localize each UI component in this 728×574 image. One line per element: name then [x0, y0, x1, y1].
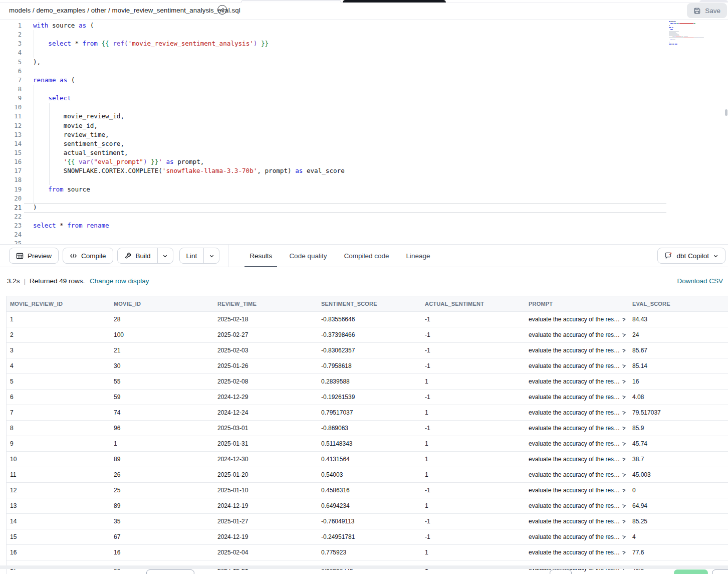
prompt-expand-icon[interactable] — [622, 410, 626, 415]
table-row[interactable]: 16162025-02-040.7759231evaluate the accu… — [7, 545, 728, 560]
line-number[interactable]: 3 — [0, 39, 22, 48]
tab-results[interactable]: Results — [245, 244, 277, 267]
table-row[interactable]: 8962025-03-01-0.869063-1evaluate the acc… — [7, 421, 728, 436]
code-line[interactable]: 4 — [0, 48, 728, 57]
code-line[interactable]: 10 — [0, 103, 728, 112]
code-line[interactable]: 5), — [0, 58, 728, 67]
line-number[interactable]: 4 — [0, 48, 22, 57]
code-line[interactable]: 17 SNOWFLAKE.CORTEX.COMPLETE('snowflake-… — [0, 166, 728, 175]
table-row[interactable]: 21002025-02-27-0.37398466-1evaluate the … — [7, 327, 728, 343]
change-row-display-link[interactable]: Change row display — [90, 277, 149, 285]
compile-button[interactable]: Compile — [63, 248, 113, 264]
line-number[interactable]: 5 — [0, 58, 22, 67]
code-line[interactable]: 19 from source — [0, 185, 728, 194]
code-line[interactable]: 3 select * from {{ ref('movie_review_sen… — [0, 39, 728, 48]
line-number[interactable]: 15 — [0, 148, 22, 157]
code-line[interactable]: 18 — [0, 175, 728, 184]
preview-button[interactable]: Preview — [9, 248, 59, 264]
build-dropdown-chevron-icon[interactable] — [157, 248, 173, 263]
code-line[interactable]: 13 review_time, — [0, 130, 728, 139]
table-row[interactable]: 12252025-01-100.4586316-1evaluate the ac… — [7, 483, 728, 498]
code-line[interactable]: 20 — [0, 194, 728, 203]
prompt-expand-icon[interactable] — [622, 348, 626, 353]
prompt-expand-icon[interactable] — [622, 441, 626, 446]
editor-scrollbar-thumb[interactable] — [725, 109, 727, 116]
code-editor[interactable]: 1with source as (23 select * from {{ ref… — [0, 20, 728, 244]
table-row[interactable]: 14352025-01-27-0.76049113-1evaluate the … — [7, 514, 728, 529]
line-number[interactable]: 20 — [0, 194, 22, 203]
line-number[interactable]: 9 — [0, 94, 22, 103]
code-line[interactable]: 9 select — [0, 94, 728, 103]
code-line[interactable]: 7rename as ( — [0, 76, 728, 85]
tab-compiled-code[interactable]: Compiled code — [339, 244, 394, 267]
code-line[interactable]: 11 movie_review_id, — [0, 112, 728, 121]
line-number[interactable]: 13 — [0, 130, 22, 139]
table-row[interactable]: 13892024-12-190.64942341evaluate the acc… — [7, 498, 728, 514]
tab-lineage[interactable]: Lineage — [401, 244, 435, 267]
prompt-expand-icon[interactable] — [622, 457, 626, 462]
prompt-expand-icon[interactable] — [622, 317, 626, 322]
code-line[interactable]: 16 '{{ var("eval_prompt") }}' as prompt, — [0, 157, 728, 166]
column-header[interactable]: EVAL_SCORE — [629, 301, 728, 307]
code-line[interactable]: 21) — [0, 203, 728, 212]
prompt-expand-icon[interactable] — [622, 332, 626, 337]
line-number[interactable]: 24 — [0, 230, 22, 239]
table-row[interactable]: 912025-01-310.511483431evaluate the accu… — [7, 436, 728, 452]
table-row[interactable]: 11262025-01-200.540031evaluate the accur… — [7, 467, 728, 483]
column-header[interactable]: PROMPT — [525, 301, 629, 307]
line-number[interactable]: 1 — [0, 21, 22, 30]
code-line[interactable]: 25 — [0, 239, 728, 244]
line-number[interactable]: 16 — [0, 157, 22, 166]
code-line[interactable]: 24 — [0, 230, 728, 239]
line-number[interactable]: 10 — [0, 103, 22, 112]
save-button[interactable]: Save — [687, 3, 727, 18]
code-line[interactable]: 2 — [0, 30, 728, 39]
line-number[interactable]: 21 — [0, 203, 22, 212]
code-line[interactable]: 15 actual_sentiment, — [0, 148, 728, 157]
code-line[interactable]: 12 movie_id, — [0, 121, 728, 130]
prompt-expand-icon[interactable] — [622, 550, 626, 555]
prompt-expand-icon[interactable] — [622, 488, 626, 493]
dbt-copilot-button[interactable]: dbt Copilot — [657, 248, 725, 264]
lint-dropdown-chevron-icon[interactable] — [203, 248, 219, 263]
table-row[interactable]: 15672024-12-19-0.24951781-1evaluate the … — [7, 529, 728, 545]
table-row[interactable]: 7742024-12-240.795170371evaluate the acc… — [7, 405, 728, 421]
line-number[interactable]: 18 — [0, 175, 22, 184]
line-number[interactable]: 6 — [0, 67, 22, 76]
code-line[interactable]: 22 — [0, 212, 728, 221]
line-number[interactable]: 8 — [0, 85, 22, 94]
code-line[interactable]: 6 — [0, 67, 728, 76]
prompt-expand-icon[interactable] — [622, 395, 626, 400]
table-row[interactable]: 6592024-12-29-0.19261539-1evaluate the a… — [7, 390, 728, 405]
line-number[interactable]: 12 — [0, 121, 22, 130]
line-number[interactable]: 25 — [0, 239, 22, 244]
table-row[interactable]: 4302025-01-26-0.7958618-1evaluate the ac… — [7, 358, 728, 374]
code-line[interactable]: 23select * from rename — [0, 221, 728, 230]
code-line[interactable]: 1with source as ( — [0, 21, 728, 30]
results-scrollbar-track[interactable] — [0, 565, 728, 569]
column-header[interactable]: MOVIE_ID — [110, 301, 214, 307]
prompt-expand-icon[interactable] — [622, 503, 626, 508]
prompt-expand-icon[interactable] — [622, 363, 626, 368]
download-csv-link[interactable]: Download CSV — [677, 277, 723, 285]
line-number[interactable]: 11 — [0, 112, 22, 121]
line-number[interactable]: 17 — [0, 166, 22, 175]
prompt-expand-icon[interactable] — [622, 519, 626, 524]
column-header[interactable]: ACTUAL_SENTIMENT — [421, 301, 525, 307]
table-row[interactable]: 10892024-12-300.41315641evaluate the acc… — [7, 452, 728, 467]
code-line[interactable]: 14 sentiment_score, — [0, 139, 728, 148]
line-number[interactable]: 2 — [0, 30, 22, 39]
build-button[interactable]: Build — [117, 248, 173, 264]
breadcrumb[interactable]: models / demo_examples / other / movie_r… — [9, 7, 240, 14]
editor-minimap[interactable] — [668, 21, 724, 48]
table-row[interactable]: 5552025-02-080.28395881evaluate the accu… — [7, 374, 728, 390]
prompt-expand-icon[interactable] — [622, 379, 626, 384]
prompt-expand-icon[interactable] — [622, 426, 626, 431]
line-number[interactable]: 7 — [0, 76, 22, 85]
table-row[interactable]: 1282025-02-18-0.83556646-1evaluate the a… — [7, 312, 728, 327]
prompt-expand-icon[interactable] — [622, 534, 626, 539]
column-header[interactable]: SENTIMENT_SCORE — [318, 301, 421, 307]
line-number[interactable]: 23 — [0, 221, 22, 230]
table-row[interactable]: 3212025-02-03-0.83062357-1evaluate the a… — [7, 343, 728, 358]
line-number[interactable]: 22 — [0, 212, 22, 221]
